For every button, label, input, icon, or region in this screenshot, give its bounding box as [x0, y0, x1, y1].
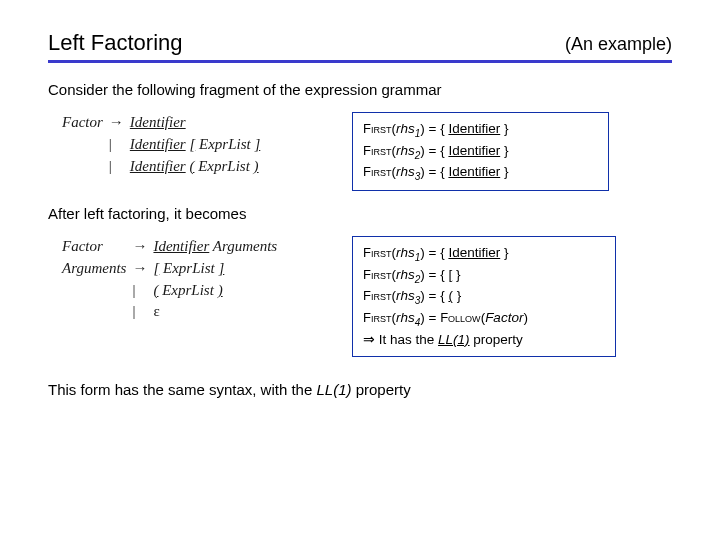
follow-smallcaps: Follow: [440, 310, 480, 325]
conclusion-line: ⇒ It has the LL(1) property: [363, 330, 605, 350]
slide: Left Factoring (An example) Consider the…: [0, 0, 720, 418]
alt-bar: |: [132, 280, 153, 302]
after-row: Factor → Identifier Arguments Arguments …: [48, 236, 672, 357]
first-line: First(rhs3) = { Identifier }: [363, 162, 598, 184]
arrow-icon: →: [132, 236, 153, 258]
slide-title: Left Factoring: [48, 30, 183, 56]
first-smallcaps: First: [363, 245, 391, 260]
footer-text: This form has the same syntax, with the …: [48, 381, 672, 398]
nt-exprlist: ExprList: [162, 282, 214, 298]
tok-identifier: Identifier: [448, 121, 500, 136]
lhs-factor: Factor: [62, 236, 132, 258]
title-row: Left Factoring (An example): [48, 30, 672, 56]
first-sets-after: First(rhs1) = { Identifier } First(rhs2)…: [352, 236, 616, 357]
slide-subtitle: (An example): [565, 34, 672, 55]
tok-rparen: ): [254, 158, 259, 174]
first-smallcaps: First: [363, 121, 391, 136]
tok-rbracket: ]: [218, 260, 224, 276]
first-line: First(rhs1) = { Identifier }: [363, 243, 605, 265]
first-line: First(rhs4) = Follow(Factor): [363, 308, 605, 330]
first-line: First(rhs2) = { [ }: [363, 265, 605, 287]
tok-identifier: Identifier: [130, 136, 186, 152]
tok-identifier: Identifier: [448, 164, 500, 179]
ll1-label: LL(1): [316, 381, 351, 398]
alt-bar: |: [132, 301, 153, 323]
first-line: First(rhs2) = { Identifier }: [363, 141, 598, 163]
nt-arguments: Arguments: [213, 238, 277, 254]
lhs-arguments: Arguments: [62, 258, 132, 280]
arrow-icon: →: [109, 112, 130, 134]
tok-identifier: Identifier: [130, 114, 186, 130]
first-smallcaps: First: [363, 164, 391, 179]
grammar-after: Factor → Identifier Arguments Arguments …: [62, 236, 322, 323]
tok-rparen: ): [218, 282, 223, 298]
tok-identifier: Identifier: [153, 238, 209, 254]
grammar-before: Factor → Identifier | Identifier [ ExprL…: [62, 112, 322, 177]
tok-lparen: (: [189, 158, 194, 174]
first-line: First(rhs1) = { Identifier }: [363, 119, 598, 141]
tok-lbracket: [: [153, 260, 159, 276]
tok-identifier: Identifier: [448, 245, 500, 260]
arrow-icon: →: [132, 258, 153, 280]
tok-lparen: (: [153, 282, 158, 298]
alt-bar: |: [109, 134, 130, 156]
implies-icon: ⇒: [363, 332, 375, 347]
tok-identifier: Identifier: [130, 158, 186, 174]
after-label: After left factoring, it becomes: [48, 205, 672, 222]
tok-rbracket: ]: [254, 136, 260, 152]
tok-epsilon: ε: [153, 303, 159, 319]
intro-text: Consider the following fragment of the e…: [48, 81, 672, 98]
first-smallcaps: First: [363, 143, 391, 158]
lhs: Factor: [62, 112, 109, 134]
ll1-label: LL(1): [438, 332, 470, 347]
nt-exprlist: ExprList: [198, 158, 250, 174]
nt-exprlist: ExprList: [163, 260, 215, 276]
title-rule: [48, 60, 672, 63]
tok-identifier: Identifier: [448, 143, 500, 158]
first-smallcaps: First: [363, 288, 391, 303]
alt-bar: |: [109, 156, 130, 178]
tok-lbracket: [: [189, 136, 195, 152]
first-smallcaps: First: [363, 310, 391, 325]
first-line: First(rhs3) = { ( }: [363, 286, 605, 308]
before-row: Factor → Identifier | Identifier [ ExprL…: [48, 112, 672, 191]
first-sets-before: First(rhs1) = { Identifier } First(rhs2)…: [352, 112, 609, 191]
nt-exprlist: ExprList: [199, 136, 251, 152]
first-smallcaps: First: [363, 267, 391, 282]
nt-factor: Factor: [485, 310, 523, 325]
